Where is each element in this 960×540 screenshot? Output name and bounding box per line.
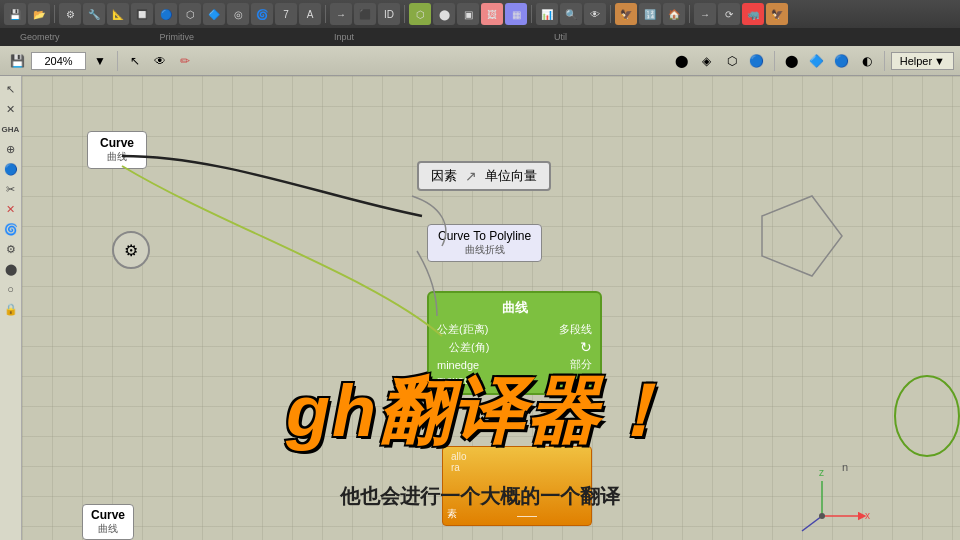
factor-label: 因素 [431,167,457,185]
unit-vector-label: 单位向量 [485,167,537,185]
gear-icon: ⚙ [124,241,138,260]
sep1 [54,5,55,23]
icon28[interactable]: 🦏 [742,3,764,25]
curve-to-polyline-node[interactable]: Curve To Polyline 曲线折线 [427,224,542,262]
zoom-dropdown[interactable]: ▼ [89,50,111,72]
main-toolbar: 💾 📂 ⚙ 🔧 📐 🔲 🔵 ⬡ 🔷 ◎ 🌀 7 A → ⬛ ID ⬡ ⬤ ▣ 🖼… [0,0,960,28]
sidebar-pointer[interactable]: ↖ [2,80,20,98]
toolbar-right-2[interactable]: ◈ [696,50,718,72]
overlay-main-text: gh翻译器！ [0,364,960,460]
sidebar-cross[interactable]: ✕ [2,100,20,118]
green-row-2: 公差(角) ↻ [437,338,592,356]
small-gear-node[interactable]: ⚙ [112,231,150,269]
sep3 [404,5,405,23]
eye-tool[interactable]: 👁 [149,50,171,72]
icon8[interactable]: ◎ [227,3,249,25]
toolbar-right-3[interactable]: ⬡ [721,50,743,72]
icon19[interactable]: ▦ [505,3,527,25]
icon5[interactable]: 🔵 [155,3,177,25]
sidebar-icon2[interactable]: 🔵 [2,160,20,178]
toolbar-right-8[interactable]: ◐ [856,50,878,72]
subtitle-text: 他也会进行一个大概的一个翻译 [0,483,960,510]
icon29[interactable]: 🦅 [766,3,788,25]
toolbar-right-1[interactable]: ⬤ [671,50,693,72]
toolbar-right-7[interactable]: 🔵 [831,50,853,72]
toolbar-right-5[interactable]: ⬤ [781,50,803,72]
icon10[interactable]: 7 [275,3,297,25]
icon4[interactable]: 🔲 [131,3,153,25]
svg-text:n: n [842,461,848,473]
pencil-tool[interactable]: ✏ [174,50,196,72]
section-input: Input [214,32,374,42]
orange-dash: —— [517,510,537,521]
sidebar-gha[interactable]: GHA [2,120,20,138]
svg-line-4 [802,516,822,531]
left-sidebar: ↖ ✕ GHA ⊕ 🔵 ✂ ✕ 🌀 ⚙ ⬤ ○ 🔒 [0,76,22,540]
helper-button[interactable]: Helper ▼ [891,52,954,70]
icon6[interactable]: ⬡ [179,3,201,25]
icon2[interactable]: 🔧 [83,3,105,25]
grasshopper-canvas[interactable]: x z n Curve 曲线 ⚙ 因素 ↗ 单位向量 Curve To Poly… [22,76,960,540]
sep2 [325,5,326,23]
sep-tb2-3 [884,51,885,71]
svg-text:x: x [865,510,870,521]
open-icon[interactable]: 📂 [28,3,50,25]
icon20[interactable]: 📊 [536,3,558,25]
icon13[interactable]: ⬛ [354,3,376,25]
svg-text:z: z [819,467,824,478]
icon1[interactable]: ⚙ [59,3,81,25]
green-row-1: 公差(距离) 多段线 [437,321,592,338]
curve-node-subtitle: 曲线 [96,150,138,164]
sidebar-spiral[interactable]: 🌀 [2,220,20,238]
green-label-polyline: 多段线 [559,322,592,337]
helper-arrow: ▼ [934,55,945,67]
curve-node-topleft[interactable]: Curve 曲线 [87,131,147,169]
rotate-icon: ↻ [580,339,592,355]
icon18[interactable]: 🖼 [481,3,503,25]
icon14[interactable]: ID [378,3,400,25]
icon11[interactable]: A [299,3,321,25]
sidebar-icon1[interactable]: ⊕ [2,140,20,158]
ctp-subtitle: 曲线折线 [438,243,531,257]
sidebar-icon6[interactable]: ○ [2,280,20,298]
helper-label: Helper [900,55,932,67]
sidebar-icon4[interactable]: ⚙ [2,240,20,258]
icon12[interactable]: → [330,3,352,25]
icon17[interactable]: ▣ [457,3,479,25]
icon22[interactable]: 👁 [584,3,606,25]
svg-marker-0 [762,196,842,276]
icon9[interactable]: 🌀 [251,3,273,25]
sep4 [531,5,532,23]
green-label-tolerance-dist: 公差(距离) [437,322,488,337]
icon7[interactable]: 🔷 [203,3,225,25]
save-icon[interactable]: 💾 [4,3,26,25]
sidebar-icon5[interactable]: ⬤ [2,260,20,278]
icon3[interactable]: 📐 [107,3,129,25]
icon16[interactable]: ⬤ [433,3,455,25]
sep5 [610,5,611,23]
icon15[interactable]: ⬡ [409,3,431,25]
overlay-text-container: gh翻译器！ [0,364,960,460]
sidebar-lock[interactable]: 🔒 [2,300,20,318]
section-primitive: Primitive [80,32,215,42]
icon24[interactable]: 🔢 [639,3,661,25]
section-geometry: Geometry [0,32,80,42]
icon23[interactable]: 🦅 [615,3,637,25]
icon27[interactable]: ⟳ [718,3,740,25]
secondary-toolbar: 💾 ▼ ↖ 👁 ✏ ⬤ ◈ ⬡ 🔵 ⬤ 🔷 🔵 ◐ Helper ▼ [0,46,960,76]
curve-bottom-subtitle: 曲线 [91,522,125,536]
icon25[interactable]: 🏠 [663,3,685,25]
sep-tb2-1 [117,51,118,71]
toolbar-right-6[interactable]: 🔷 [806,50,828,72]
zoom-input[interactable] [31,52,86,70]
green-node-title: 曲线 [437,299,592,317]
factor-node[interactable]: 因素 ↗ 单位向量 [417,161,551,191]
sidebar-icon3[interactable]: ✕ [2,200,20,218]
icon26[interactable]: → [694,3,716,25]
icon21[interactable]: 🔍 [560,3,582,25]
save-button[interactable]: 💾 [6,50,28,72]
sidebar-scissors[interactable]: ✂ [2,180,20,198]
toolbar-right-4[interactable]: 🔵 [746,50,768,72]
select-tool[interactable]: ↖ [124,50,146,72]
curve-bottom-title: Curve [91,508,125,522]
